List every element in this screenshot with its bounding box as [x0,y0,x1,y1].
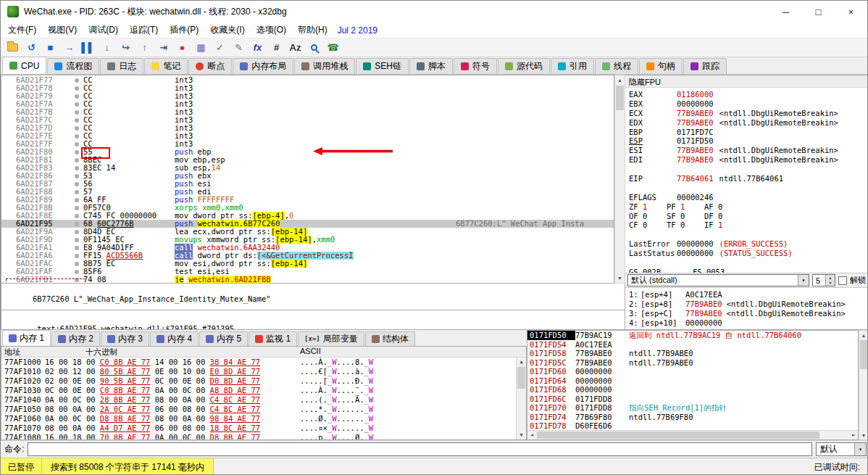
tab-内存 5[interactable]: 内存 5 [199,331,248,346]
scroll-right-icon[interactable]: ► [849,431,858,439]
disasm-row[interactable]: 6AD21F77CCint3 [1,76,614,84]
tab-句柄[interactable]: 句柄 [639,58,683,74]
breakpoint-dot[interactable] [71,172,83,180]
breakpoint-dot[interactable] [71,188,83,196]
register-row[interactable]: ZF 1PF 1AF 0 [629,202,864,212]
breakpoints-icon[interactable]: ● [173,40,191,56]
dump-row[interactable]: 77AF108016 00 18 00 70 8B AE 77 0A 00 0C… [1,433,526,440]
dump-row[interactable]: 77AF100016 00 18 00 C0 8B AE 77 14 00 16… [1,358,526,367]
register-value[interactable]: 77B9ABE0 [677,146,714,154]
unlock-checkbox[interactable] [838,276,847,285]
stack-row[interactable]: 0171FD6C0171FDD8 [527,395,858,404]
stack-horizontal-scrollbar[interactable]: ◄ ► [527,430,858,439]
stack-view[interactable]: 0171FD5077B9AC19返回到 ntdll.77B9AC19 自 ntd… [527,330,859,440]
stack-row[interactable]: 0171FD6000000000 [527,367,858,376]
scrollbar-thumb[interactable] [860,340,867,369]
register-row[interactable]: EFLAGS00000246 [629,193,864,202]
restart-icon[interactable]: ↺ [22,40,41,56]
menu-item-文件F[interactable]: 文件(F) [2,23,42,36]
flag-OF[interactable]: OF 0 [629,212,667,221]
minimize-button[interactable]: ─ [769,1,802,22]
execute-till-return-icon[interactable]: ↑ [135,40,154,56]
scroll-up-icon[interactable]: ▲ [615,75,625,85]
breakpoint-dot[interactable] [71,156,83,164]
disasm-row[interactable]: 6AD21FB174 08je wechatwin.6AD21FBB [1,276,614,284]
spin-down-icon[interactable]: ▼ [825,280,835,286]
chevron-down-icon[interactable]: ▼ [798,275,809,286]
search-icon[interactable] [305,40,323,56]
breakpoint-dot[interactable] [71,100,83,108]
pause-icon[interactable]: ▌▌ [79,40,97,56]
flag-SF[interactable]: SF 0 [667,212,704,221]
dump-row[interactable]: 77AF10400A 00 0C 00 28 8B AE 77 08 00 0A… [1,395,526,405]
argument-count-stepper[interactable]: 5 ▲ ▼ [812,274,835,286]
strings-az-icon[interactable]: Az [286,40,304,56]
disassembly-scrollbar[interactable]: ▲ ▼ [614,75,625,284]
dump-row[interactable]: 77AF10300C 00 0E 00 C0 8B AE 77 0A 00 0C… [1,386,526,395]
tab-内存布局[interactable]: 内存布局 [233,58,293,74]
breakpoint-dot[interactable] [71,84,83,92]
stop-icon[interactable]: ■ [41,40,59,56]
scroll-down-icon[interactable]: ▼ [859,431,868,439]
disasm-row[interactable]: 6AD21F7CCCint3 [1,116,614,124]
menu-item-选项O[interactable]: 选项(O) [251,23,292,36]
disasm-row[interactable]: 6AD21F7ACCint3 [1,100,614,108]
breakpoint-dot[interactable] [71,244,83,252]
stack-row[interactable]: 0171FD6400000000 [527,376,858,386]
flag-FS[interactable]: FS 0053 [693,268,756,273]
stack-argument-row[interactable]: 1:[esp+4]A0C17EEA [629,290,864,300]
disasm-row[interactable]: 6AD21F8756push esi [1,180,614,188]
dump-row[interactable]: 77AF101002 00 12 00 80 5B AE 77 0E 00 10… [1,367,526,376]
stack-row[interactable]: 0171FD7477B69F80ntdll.77B69F80 [527,413,858,422]
flag-TF[interactable]: TF 0 [667,220,704,230]
run-icon[interactable]: → [60,40,78,56]
tab-调用堆栈[interactable]: 调用堆栈 [294,58,355,74]
menu-item-调试D[interactable]: 调试(D) [83,23,124,36]
flag-PF[interactable]: PF 1 [667,202,704,212]
tab-脚本[interactable]: 脚本 [409,58,453,74]
scroll-up-icon[interactable]: ▲ [859,331,868,339]
register-row[interactable]: EBP0171FD7C [629,128,864,137]
memory-dump-view[interactable]: 地址 十六进制 ASCII 77AF100016 00 18 00 C0 8B … [1,346,527,440]
register-row[interactable]: ESI77B9ABE0<ntdll.DbgUiRemoteBreakin> [629,146,864,155]
disasm-row[interactable]: 6AD21F7ECCint3 [1,132,614,140]
menu-item-帮助H[interactable]: 帮助(H) [292,23,333,36]
menu-item-视图V[interactable]: 视图(V) [42,23,83,36]
tab-源代码[interactable]: 源代码 [498,58,550,74]
flag-CF[interactable]: CF 0 [629,220,667,230]
tab-内存 2[interactable]: 内存 2 [51,331,100,346]
disasm-row[interactable]: 6AD21F79CCint3 [1,92,614,100]
tab-引用[interactable]: 引用 [551,58,594,74]
dump-scrollbar[interactable]: ▲ ▼ [516,358,526,439]
scrollbar-thumb[interactable] [616,86,624,110]
tab-跟踪[interactable]: 跟踪 [683,58,727,74]
stack-vertical-scrollbar[interactable]: ▲ ▼ [859,330,868,440]
breakpoint-dot[interactable] [71,124,83,132]
dump-row[interactable]: 77AF10600A 00 0C 00 D8 8B AE 77 08 00 0A… [1,414,526,424]
stack-row[interactable]: 0171FD54A0C17EEA [527,340,858,350]
register-value[interactable]: 77B9ABE0 [677,109,714,117]
tab-CPU[interactable]: CPU [2,57,46,74]
disasm-row[interactable]: 6AD21F8383EC 14sub esp,14 [1,164,614,172]
breakpoint-dot[interactable] [71,92,83,100]
stack-row[interactable]: 0171FD5877B9ABE0ntdll.77B9ABE0 [527,349,858,358]
flag-ZF[interactable]: ZF 1 [629,202,667,212]
tab-日志[interactable]: 日志 [100,58,143,74]
breakpoint-dot[interactable] [71,116,83,124]
scrollbar-thumb[interactable] [517,367,525,389]
step-into-icon[interactable]: ↓ [98,40,116,56]
stack-argument-row[interactable]: 2:[esp+8]77B9ABE0<ntdll.DbgUiRemoteBreak… [629,300,864,309]
memory-map-icon[interactable]: ▦ [192,40,210,56]
step-over-icon[interactable]: ↪ [117,40,135,56]
menu-item-追踪T[interactable]: 追踪(T) [124,23,164,36]
register-row[interactable]: EDI77B9ABE0<ntdll.DbgUiRemoteBreakin> [629,155,864,165]
register-value[interactable]: 0171FD50 [677,136,714,145]
register-value[interactable]: 77B9ABE0 [677,118,714,127]
scroll-up-icon[interactable]: ▲ [517,358,526,366]
register-value[interactable]: 77B9ABE0 [677,155,714,164]
menu-item-插件P[interactable]: 插件(P) [164,23,204,36]
tab-内存 1[interactable]: 内存 1 [2,330,51,346]
patches-icon[interactable]: ✓ [211,40,229,56]
register-value[interactable]: 00000000 [677,239,714,248]
breakpoint-dot[interactable] [71,236,83,244]
